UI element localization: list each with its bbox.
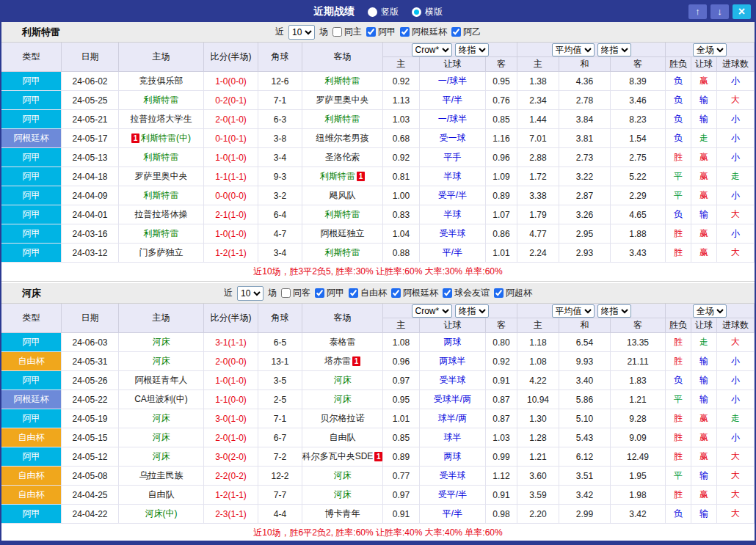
corner-count: 4-7 xyxy=(258,224,302,243)
avg-time-select[interactable]: 终指 xyxy=(597,43,631,56)
league-filter-checkbox[interactable]: 阿乙 xyxy=(451,26,481,38)
away-odds: 1.07 xyxy=(486,205,517,224)
corner-count: 3-4 xyxy=(258,244,302,262)
match-count-select[interactable]: 10 xyxy=(288,25,315,40)
avg-draw-odds: 6.54 xyxy=(559,333,611,351)
league-filter-checkbox-box[interactable] xyxy=(391,288,401,298)
league-filter-checkbox[interactable]: 阿根廷杯 xyxy=(391,287,438,299)
near-label: 近 xyxy=(275,26,284,38)
avg-company-select[interactable]: 平均值 xyxy=(552,304,595,318)
move-down-button[interactable]: ↓ xyxy=(710,4,729,19)
away-odds: 1.09 xyxy=(486,167,517,186)
avg-draw-odds: 5.86 xyxy=(559,390,611,409)
home-team: 利斯特雷 xyxy=(119,148,204,167)
league-filter-checkbox-box[interactable] xyxy=(400,27,410,37)
league-filter-checkbox-box[interactable] xyxy=(315,288,324,298)
match-date: 24-06-02 xyxy=(62,72,119,90)
odds-company-select[interactable]: Crow* xyxy=(412,304,452,318)
corner-count: 3-2 xyxy=(258,186,302,205)
handicap-value: 平/半 xyxy=(420,244,486,262)
column-subheader: 进球数 xyxy=(717,57,755,72)
away-team: 利斯特雷1 xyxy=(302,167,383,186)
table-header: 类型日期主场比分(半场)角球客场Crow*终指平均值终指全场主让球客主和客胜负让… xyxy=(1,304,755,333)
league-filter-checkbox[interactable]: 阿甲 xyxy=(366,26,396,38)
titlebar: 近期战绩 竖版 横版 ↑ ↓ × xyxy=(1,1,755,22)
league-filter-checkbox[interactable]: 阿甲 xyxy=(315,287,344,299)
league-filter-checkbox[interactable]: 阿根廷杯 xyxy=(400,26,447,38)
avg-draw-odds: 6.12 xyxy=(559,447,611,466)
away-odds: 0.96 xyxy=(486,148,517,167)
home-odds: 0.77 xyxy=(383,467,420,485)
column-subheader: 胜负 xyxy=(666,57,691,72)
same-venue-checkbox[interactable]: 同主 xyxy=(332,26,362,38)
radio-vertical-layout[interactable]: 竖版 xyxy=(368,6,399,18)
column-subheader: 和 xyxy=(559,57,611,72)
home-team-name: 河床 xyxy=(153,431,170,444)
odds-company-select[interactable]: Crow* xyxy=(412,43,452,56)
odds-time-select[interactable]: 终指 xyxy=(455,304,489,318)
column-header: 比分(半场) xyxy=(204,43,258,72)
league-filter-checkbox-label: 阿甲 xyxy=(378,26,396,38)
league-badge: 阿甲 xyxy=(1,72,62,90)
league-filter-checkbox-box[interactable] xyxy=(451,27,461,37)
goals-result: 大 xyxy=(717,244,755,262)
move-up-button[interactable]: ↑ xyxy=(688,4,707,19)
handicap-result: 输 xyxy=(691,352,717,370)
corner-count: 13-1 xyxy=(258,352,302,370)
handicap-value: 受半球 xyxy=(420,224,486,243)
match-date: 24-05-22 xyxy=(62,390,119,409)
league-filter-checkbox[interactable]: 阿超杯 xyxy=(494,287,532,299)
league-filter-checkbox-box[interactable] xyxy=(366,27,376,37)
away-odds: 0.91 xyxy=(486,371,517,389)
handicap-value: 受球半/两 xyxy=(420,390,486,409)
league-filter-checkbox-box[interactable] xyxy=(494,288,504,298)
column-subheader: 客 xyxy=(611,318,666,333)
result-scope-select[interactable]: 全场 xyxy=(693,304,727,318)
home-odds: 0.97 xyxy=(383,371,420,389)
home-team: 河床 xyxy=(119,352,204,370)
same-venue-checkbox-box[interactable] xyxy=(332,27,342,37)
away-team-name: 利斯特雷 xyxy=(325,208,360,221)
same-venue-checkbox[interactable]: 同客 xyxy=(281,287,310,299)
avg-home-odds: 7.01 xyxy=(517,129,559,147)
result-scope-select[interactable]: 全场 xyxy=(693,43,727,56)
home-odds: 1.13 xyxy=(383,91,420,109)
avg-company-select[interactable]: 平均值 xyxy=(552,43,595,56)
odds-time-select[interactable]: 终指 xyxy=(455,43,489,56)
avg-time-select[interactable]: 终指 xyxy=(597,304,631,318)
score: 1-0(0-0) xyxy=(204,72,258,90)
avg-draw-odds: 3.84 xyxy=(559,110,611,128)
league-badge: 阿甲 xyxy=(1,148,62,167)
league-badge: 自由杯 xyxy=(1,486,62,504)
home-team: 竞技俱乐部 xyxy=(119,72,204,90)
home-team-name: 利斯特雷 xyxy=(144,189,179,202)
home-team: 利斯特雷 xyxy=(119,224,204,243)
avg-group-header: 平均值终指 xyxy=(517,43,666,57)
goals-result: 大 xyxy=(717,205,755,224)
avg-away-odds: 9.09 xyxy=(611,428,666,447)
avg-away-odds: 1.88 xyxy=(611,224,666,243)
league-badge: 阿甲 xyxy=(1,205,62,224)
league-filter-checkbox-box[interactable] xyxy=(443,288,452,298)
avg-home-odds: 1.72 xyxy=(517,167,559,186)
home-team: 河床 xyxy=(119,333,204,351)
home-team-name: 河床 xyxy=(153,355,170,367)
league-filter-checkbox[interactable]: 球会友谊 xyxy=(443,287,490,299)
league-filter-checkbox[interactable]: 自由杯 xyxy=(349,287,387,299)
away-team: 河床 xyxy=(302,390,383,409)
match-count-select[interactable]: 10 xyxy=(237,286,263,301)
column-subheader: 让球 xyxy=(691,318,717,333)
away-team: 罗萨里奥中央 xyxy=(302,91,383,109)
league-badge: 阿根廷杯 xyxy=(1,129,62,147)
radio-horizontal-layout[interactable]: 横版 xyxy=(412,6,443,18)
same-venue-checkbox-box[interactable] xyxy=(281,288,291,298)
handicap-value: 球半 xyxy=(420,428,486,447)
home-team-name: 乌拉圭民族 xyxy=(139,469,183,482)
home-odds: 1.03 xyxy=(383,110,420,128)
handicap-result: 赢 xyxy=(691,72,717,90)
match-date: 24-04-22 xyxy=(62,505,119,523)
league-filter-checkbox-box[interactable] xyxy=(349,288,358,298)
home-team: 阿根廷青年人 xyxy=(119,371,204,389)
avg-home-odds: 1.38 xyxy=(517,72,559,90)
close-button[interactable]: × xyxy=(733,4,751,19)
